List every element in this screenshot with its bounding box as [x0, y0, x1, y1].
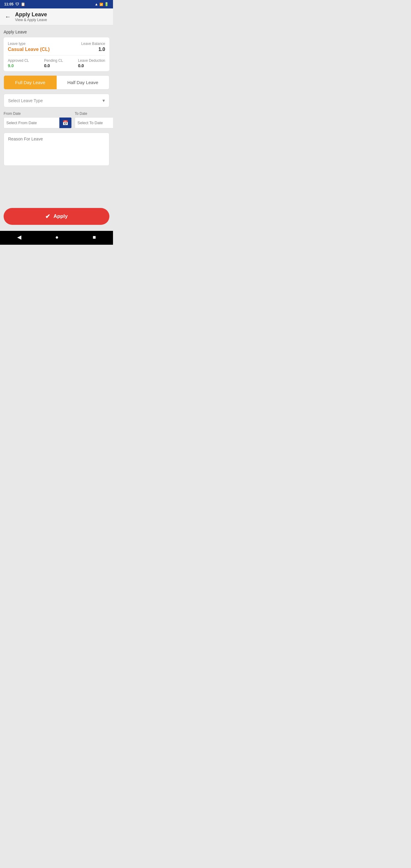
leave-type-value: Casual Leave (CL) — [8, 47, 50, 52]
battery-icon: 🔋 — [104, 2, 109, 6]
clipboard-icon: 📋 — [21, 2, 25, 6]
nav-title: Apply Leave View & Apply Leave — [15, 11, 47, 22]
to-date-label: To Date — [75, 112, 113, 116]
apply-btn-wrapper: ✔ Apply — [0, 205, 113, 231]
leave-type-row: Leave type Casual Leave (CL) Leave Balan… — [8, 41, 105, 56]
full-day-toggle-btn[interactable]: Full Day Leave — [4, 76, 57, 89]
from-date-input-row: 📅 — [4, 117, 72, 128]
to-date-input[interactable] — [75, 118, 113, 128]
pending-cl-value: 0.0 — [44, 63, 63, 68]
to-date-input-row: 📅 — [75, 117, 113, 128]
section-heading: Apply Leave — [4, 30, 109, 34]
android-recent-btn[interactable]: ■ — [93, 234, 96, 241]
leave-type-dropdown[interactable]: Select Leave Type ▾ — [4, 94, 109, 107]
half-day-toggle-btn[interactable]: Half Day Leave — [57, 76, 109, 89]
leave-balance-label: Leave Balance — [81, 41, 105, 46]
back-button[interactable]: ← — [4, 13, 12, 21]
status-bar-right: ▲ 📶 🔋 — [95, 2, 109, 6]
android-home-btn[interactable]: ● — [56, 234, 59, 241]
approved-cl-label: Approved CL — [8, 59, 29, 63]
apply-btn-label: Apply — [53, 213, 67, 219]
leave-info-card: Leave type Casual Leave (CL) Leave Balan… — [4, 37, 109, 71]
leave-deduction-value: 0.0 — [78, 63, 105, 68]
from-date-calendar-btn[interactable]: 📅 — [59, 118, 71, 128]
nav-bar: ← Apply Leave View & Apply Leave — [0, 8, 113, 25]
reason-textarea[interactable] — [4, 133, 109, 166]
leave-type-section: Leave type Casual Leave (CL) — [8, 41, 50, 52]
leave-balance-value: 1.0 — [81, 47, 105, 52]
pending-cl-label: Pending CL — [44, 59, 63, 63]
signal-icon: 📶 — [99, 3, 103, 6]
from-date-wrapper: From Date 📅 — [4, 112, 72, 128]
date-fields-row: From Date 📅 To Date 📅 — [4, 112, 109, 128]
page-subtitle: View & Apply Leave — [15, 18, 47, 22]
leave-deduction-label: Leave Deduction — [78, 59, 105, 63]
approved-cl-stat: Approved CL 9.0 — [8, 59, 29, 68]
shield-icon: 🛡 — [15, 2, 19, 6]
leave-deduction-stat: Leave Deduction 0.0 — [78, 59, 105, 68]
leave-day-toggle: Full Day Leave Half Day Leave — [4, 75, 109, 90]
to-date-wrapper: To Date 📅 — [75, 112, 113, 128]
from-date-label: From Date — [4, 112, 72, 116]
from-date-input[interactable] — [4, 118, 59, 128]
chevron-down-icon: ▾ — [102, 98, 105, 103]
page-title: Apply Leave — [15, 11, 47, 18]
leave-type-dropdown-label: Select Leave Type — [8, 98, 43, 103]
leave-stats-row: Approved CL 9.0 Pending CL 0.0 Leave Ded… — [8, 59, 105, 68]
page-content: Apply Leave Leave type Casual Leave (CL)… — [0, 25, 113, 205]
android-back-btn[interactable]: ◀ — [17, 234, 22, 241]
leave-balance-section: Leave Balance 1.0 — [81, 41, 105, 52]
pending-cl-stat: Pending CL 0.0 — [44, 59, 63, 68]
checkmark-icon: ✔ — [45, 213, 50, 220]
leave-type-label: Leave type — [8, 41, 50, 46]
status-bar: 11:05 🛡 📋 ▲ 📶 🔋 — [0, 0, 113, 8]
approved-cl-value: 9.0 — [8, 63, 29, 68]
calendar-icon: 📅 — [62, 120, 68, 126]
apply-button[interactable]: ✔ Apply — [4, 208, 109, 225]
wifi-icon: ▲ — [95, 2, 98, 6]
time-display: 11:05 — [4, 2, 13, 6]
date-section: From Date 📅 To Date 📅 — [4, 112, 109, 128]
android-nav-bar: ◀ ● ■ — [0, 231, 113, 245]
status-bar-left: 11:05 🛡 📋 — [4, 2, 25, 6]
